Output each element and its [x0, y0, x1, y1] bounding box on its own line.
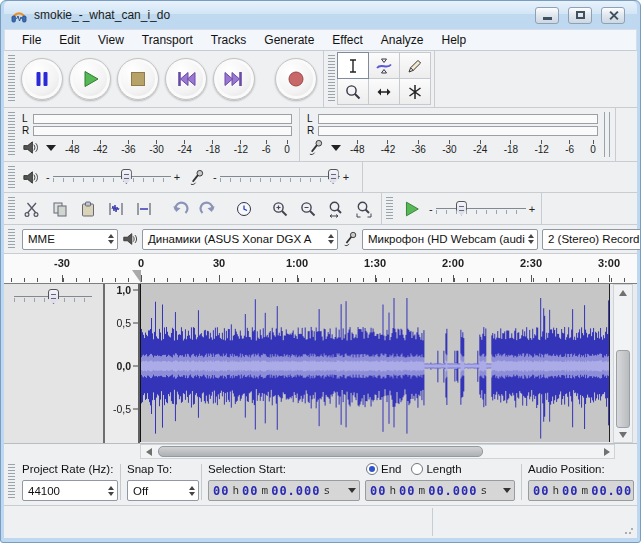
playback-meter-grip[interactable]: [8, 112, 15, 157]
undo-button[interactable]: [167, 196, 193, 222]
fit-project-button[interactable]: [351, 196, 377, 222]
silence-audio-button[interactable]: [131, 196, 157, 222]
waveform[interactable]: [140, 284, 610, 442]
audio-position-field[interactable]: 00h00m00.000s: [528, 480, 634, 501]
project-rate-select[interactable]: 44100: [22, 480, 118, 501]
recording-meter-resize-grip[interactable]: [604, 112, 610, 157]
timeline-ruler[interactable]: -300301:001:302:002:303:00: [4, 254, 637, 284]
fit-selection-button[interactable]: [323, 196, 349, 222]
playback-meter-toolbar[interactable]: L R -48-42-36-30-24-18-12-60: [4, 108, 300, 161]
recording-meter-left-bar[interactable]: [318, 114, 598, 124]
menu-item-help[interactable]: Help: [433, 30, 476, 50]
output-volume-slider[interactable]: [53, 167, 171, 187]
edit-toolbar-grip[interactable]: [8, 197, 15, 220]
ruler-minor-tick: [89, 278, 90, 282]
pan-slider[interactable]: [14, 287, 92, 307]
selection-end-field[interactable]: 00h00m00.000s: [365, 480, 515, 501]
recording-meter-right-bar[interactable]: [318, 126, 598, 136]
playback-meter-right-bar[interactable]: [33, 126, 292, 136]
time-unit: m: [419, 484, 426, 497]
timeshift-tool-button[interactable]: [368, 78, 400, 105]
track-control-panel[interactable]: [4, 284, 105, 443]
zoom-out-button[interactable]: [295, 196, 321, 222]
end-radio[interactable]: End: [366, 463, 401, 475]
vertical-ruler[interactable]: 1,00,50,0-0,5: [105, 284, 140, 443]
envelope-icon: [375, 57, 393, 75]
selection-toolbar-grip[interactable]: [8, 464, 15, 500]
transport-toolbar: [4, 51, 324, 107]
horizontal-scrollbar[interactable]: [140, 444, 615, 459]
input-volume-slider[interactable]: [220, 167, 340, 187]
menu-item-edit[interactable]: Edit: [50, 30, 89, 50]
multi-tool-button[interactable]: [399, 78, 431, 105]
menu-item-view[interactable]: View: [89, 30, 133, 50]
length-radio[interactable]: Length: [411, 463, 461, 475]
recording-meter-dropdown[interactable]: [327, 141, 345, 155]
horizontal-scroll-track[interactable]: [156, 445, 599, 458]
scroll-down-button[interactable]: [614, 427, 632, 442]
draw-tool-button[interactable]: [399, 52, 431, 79]
recording-device-select[interactable]: Микрофон (HD Webcam (audi: [362, 229, 538, 250]
play-button[interactable]: [69, 58, 111, 100]
time-digits: 00.000: [591, 484, 634, 498]
scroll-up-button[interactable]: [614, 285, 632, 300]
zoom-in-button[interactable]: [267, 196, 293, 222]
skip-to-start-button[interactable]: [165, 58, 207, 100]
paste-button[interactable]: [75, 196, 101, 222]
speaker-icon: [122, 231, 138, 247]
playback-speed-slider[interactable]: [436, 199, 526, 219]
maximize-button[interactable]: [568, 7, 592, 24]
vertical-scroll-thumb[interactable]: [616, 350, 630, 428]
play-at-speed-button[interactable]: [396, 196, 426, 222]
recording-channels-select[interactable]: 2 (Stereo) Record: [542, 229, 641, 250]
menu-item-effect[interactable]: Effect: [323, 30, 371, 50]
vertical-scroll-track[interactable]: [614, 300, 632, 427]
transcription-toolbar: - +: [382, 193, 542, 224]
menu-item-file[interactable]: File: [13, 30, 50, 50]
device-toolbar-grip[interactable]: [8, 229, 15, 249]
envelope-tool-button[interactable]: [368, 52, 400, 79]
skip-to-end-button[interactable]: [213, 58, 255, 100]
recording-meter-toolbar[interactable]: L R -48-42-36-30-24-18-12-60: [300, 108, 616, 161]
radio-unselected-icon: [411, 463, 423, 475]
close-button[interactable]: [601, 7, 625, 24]
zoom-tool-button[interactable]: [337, 78, 369, 105]
menu-item-analyze[interactable]: Analyze: [372, 30, 433, 50]
playhead-marker[interactable]: [132, 270, 141, 283]
playback-meter-dropdown[interactable]: [42, 141, 60, 155]
stop-button[interactable]: [117, 58, 159, 100]
menu-item-transport[interactable]: Transport: [133, 30, 202, 50]
tools-toolbar-grip[interactable]: [328, 55, 335, 103]
record-button[interactable]: [275, 58, 317, 100]
selection-tool-button[interactable]: [337, 52, 369, 79]
transport-toolbar-grip[interactable]: [8, 55, 15, 103]
scroll-left-button[interactable]: [141, 445, 156, 458]
menu-bar: FileEditViewTransportTracksGenerateEffec…: [4, 29, 637, 51]
playback-device-select[interactable]: Динамики (ASUS Xonar DGX A: [142, 229, 338, 250]
ruler-minor-tick: [402, 278, 403, 282]
right-arrow-icon: [604, 448, 610, 456]
ruler-minor-tick: [415, 278, 416, 282]
title-bar[interactable]: smokie_-_what_can_i_do: [4, 1, 637, 29]
snap-to-select[interactable]: Off: [127, 480, 199, 501]
menu-item-generate[interactable]: Generate: [255, 30, 323, 50]
transcription-toolbar-grip[interactable]: [386, 197, 393, 220]
playback-meter-left-bar[interactable]: [33, 114, 292, 124]
mixer-toolbar-grip[interactable]: [8, 166, 15, 188]
copy-button[interactable]: [47, 196, 73, 222]
menu-item-tracks[interactable]: Tracks: [202, 30, 256, 50]
sync-lock-button[interactable]: [231, 196, 257, 222]
audacity-window: smokie_-_what_can_i_do FileEditViewTrans…: [0, 0, 641, 543]
redo-button[interactable]: [195, 196, 221, 222]
pause-button[interactable]: [21, 58, 63, 100]
cut-button[interactable]: [19, 196, 45, 222]
vertical-scrollbar[interactable]: [613, 284, 633, 443]
resize-grip[interactable]: [624, 525, 634, 535]
scroll-right-button[interactable]: [599, 445, 614, 458]
time-unit: s: [324, 484, 331, 497]
audio-host-select[interactable]: MME: [22, 229, 118, 250]
horizontal-scroll-thumb[interactable]: [158, 446, 483, 457]
trim-audio-button[interactable]: [103, 196, 129, 222]
selection-start-field[interactable]: 00h00m00.000s: [208, 480, 360, 501]
minimize-button[interactable]: [535, 7, 559, 24]
